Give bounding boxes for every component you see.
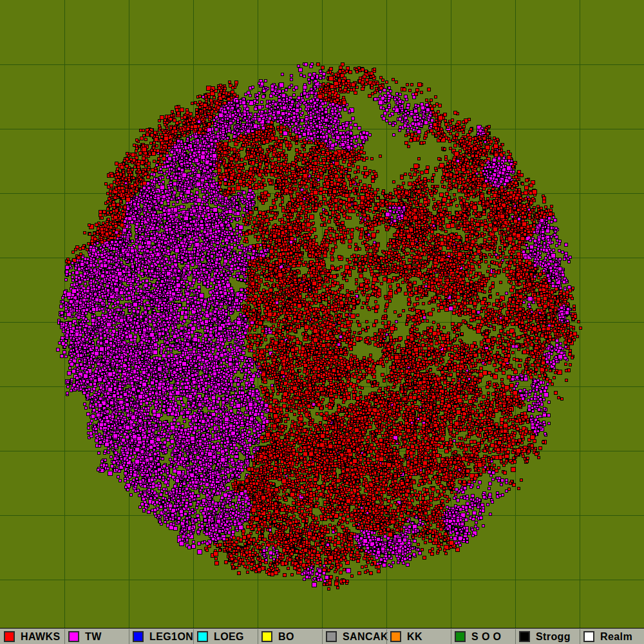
- legend-color-swatch: [133, 631, 144, 642]
- legend-label: LOEG: [214, 631, 244, 643]
- legend-label: LEG1ON: [149, 631, 193, 643]
- legend-item: SANCAK: [322, 629, 386, 644]
- legend-item: S O O: [451, 629, 515, 644]
- world-map-canvas: [0, 0, 644, 628]
- legend-item: LOEG: [193, 629, 258, 644]
- legend-item: TW: [64, 629, 129, 644]
- legend-label: BO: [278, 631, 294, 643]
- world-map-page: { "map": { "width": 1000, "height": 975,…: [0, 0, 644, 644]
- legend-item: HAWKS: [0, 629, 64, 644]
- legend-item: LEG1ON: [129, 629, 193, 644]
- legend-bar: HAWKS TW LEG1ON LOEG BO SANCAK KK S O O …: [0, 628, 644, 644]
- legend-item: KK: [386, 629, 451, 644]
- legend-item: BO: [258, 629, 322, 644]
- legend-color-swatch: [197, 631, 208, 642]
- legend-label: SANCAK: [343, 631, 388, 643]
- legend-color-swatch: [390, 631, 401, 642]
- legend-label: HAWKS: [21, 631, 61, 643]
- legend-item: Realm: [580, 629, 644, 644]
- legend-label: S O O: [471, 631, 501, 643]
- legend-color-swatch: [583, 631, 594, 642]
- legend-color-swatch: [326, 631, 337, 642]
- legend-label: TW: [85, 631, 102, 643]
- legend-color-swatch: [68, 631, 79, 642]
- legend-label: Strogg: [536, 631, 571, 643]
- legend-color-swatch: [4, 631, 15, 642]
- legend-label: Realm: [600, 631, 632, 643]
- legend-item: Strogg: [515, 629, 580, 644]
- legend-color-swatch: [519, 631, 530, 642]
- legend-color-swatch: [455, 631, 466, 642]
- legend-label: KK: [407, 631, 422, 643]
- legend-color-swatch: [261, 631, 272, 642]
